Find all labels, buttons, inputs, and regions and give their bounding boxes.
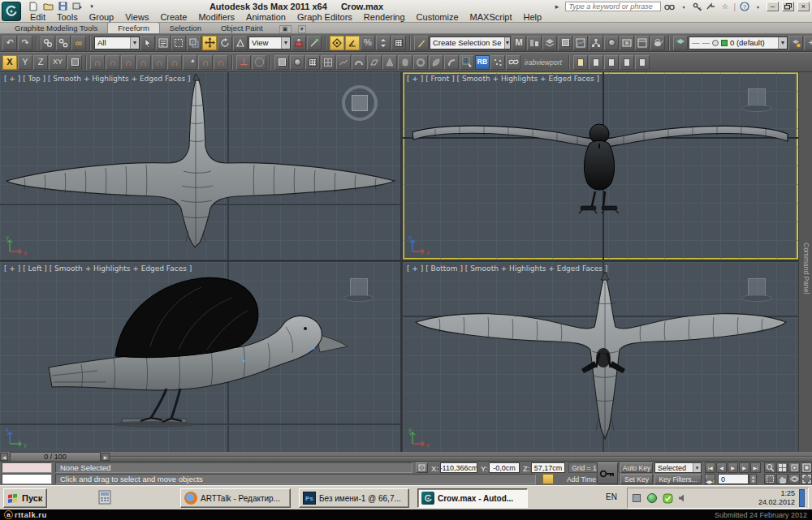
close-button[interactable]: × bbox=[797, 2, 810, 11]
create-new-layer-icon[interactable] bbox=[788, 36, 803, 50]
time-slider-handle[interactable]: 0 / 100 bbox=[10, 452, 101, 462]
taskbar-clock[interactable]: 1:25 24.02.2012 bbox=[758, 489, 795, 507]
selection-filter-dropdown[interactable]: All▼ bbox=[94, 37, 140, 49]
menu-tools[interactable]: Tools bbox=[51, 12, 84, 22]
viewport-script-label[interactable]: irabviewport bbox=[521, 58, 565, 67]
primitive-patch-icon[interactable] bbox=[321, 55, 335, 70]
select-and-manipulate-icon[interactable] bbox=[307, 36, 322, 50]
dropdown-caret-icon[interactable]: ▼ bbox=[281, 37, 290, 49]
auto-key-button[interactable]: Auto Key bbox=[620, 462, 653, 473]
named-selection-sets-icon[interactable] bbox=[391, 36, 406, 50]
axis-x-button[interactable]: X bbox=[2, 55, 17, 70]
next-frame-icon[interactable]: ▶ bbox=[739, 462, 749, 473]
pan-hand-icon[interactable] bbox=[776, 474, 788, 484]
tab-selection[interactable]: Selection bbox=[160, 23, 211, 33]
viewport-bottom[interactable]: [ + ] [ Bottom ] [ Smooth + Highlights +… bbox=[403, 262, 798, 452]
dropdown-caret-icon[interactable]: ▼ bbox=[778, 37, 787, 49]
primitive-box-icon[interactable] bbox=[274, 55, 289, 70]
selection-lock-toggle[interactable] bbox=[416, 462, 428, 473]
key-filters-button[interactable]: Key Filters... bbox=[654, 474, 702, 484]
snap-face-icon[interactable]: ∩ bbox=[152, 55, 166, 70]
menu-modifiers[interactable]: Modifiers bbox=[192, 12, 240, 22]
viewport-label[interactable]: [ + ] [ Front ] [ Smooth + Highlights + … bbox=[407, 75, 599, 83]
soft-selection-icon[interactable] bbox=[252, 55, 266, 70]
primitive-cylinder-icon[interactable] bbox=[398, 55, 412, 70]
menu-animation[interactable]: Animation bbox=[240, 12, 292, 22]
tray-app-icon[interactable] bbox=[631, 492, 642, 504]
script-page4-icon[interactable] bbox=[620, 55, 634, 70]
set-key-button[interactable]: Set Key bbox=[620, 474, 653, 484]
primitive-curve-icon[interactable] bbox=[336, 55, 351, 70]
menu-create[interactable]: Create bbox=[154, 12, 192, 22]
crow-model-left-view[interactable] bbox=[0, 262, 400, 452]
selection-region-icon[interactable] bbox=[171, 36, 186, 50]
menu-help[interactable]: Help bbox=[518, 12, 548, 22]
menu-graph-editors[interactable]: Graph Editors bbox=[292, 12, 358, 22]
use-pivot-center-icon[interactable] bbox=[292, 36, 306, 50]
menu-group[interactable]: Group bbox=[84, 12, 120, 22]
task-button-photoshop[interactable]: Ps Без имени-1 @ 66,7... bbox=[299, 488, 409, 508]
search-binoculars-icon[interactable] bbox=[664, 2, 675, 11]
mirror-icon[interactable]: M bbox=[512, 36, 526, 50]
viewport-left[interactable]: [ + ] [ Left ] [ Smooth + Highlights + E… bbox=[0, 262, 400, 452]
script-page-icon[interactable] bbox=[573, 55, 588, 70]
time-slider-track[interactable] bbox=[0, 456, 812, 458]
snap-vertex-icon[interactable]: ∩ bbox=[121, 55, 136, 70]
help-icon[interactable]: ? bbox=[739, 2, 749, 11]
previous-frame-icon[interactable]: ◀ bbox=[716, 462, 727, 473]
script-page5-icon[interactable] bbox=[635, 55, 650, 70]
show-desktop-icon[interactable] bbox=[799, 489, 805, 507]
angle-snap-toggle-icon[interactable] bbox=[345, 36, 360, 50]
axis-plane-icon[interactable] bbox=[67, 55, 82, 70]
manage-layers-icon[interactable] bbox=[673, 36, 688, 50]
snap-grid-points-icon[interactable]: ∩ bbox=[90, 55, 105, 70]
snap-center-icon[interactable]: ∩ bbox=[198, 55, 213, 70]
maximize-viewport-toggle-icon[interactable] bbox=[801, 474, 812, 484]
unlink-selection-icon[interactable] bbox=[56, 36, 71, 50]
render-setup-icon[interactable] bbox=[620, 36, 634, 50]
rb-plugin-button[interactable]: RB bbox=[475, 55, 490, 70]
frame-spinner[interactable]: ▲▼ bbox=[749, 474, 757, 484]
viewport-label[interactable]: [ + ] [ Bottom ] [ Smooth + Highlights +… bbox=[407, 264, 607, 273]
task-button-3dsmax[interactable]: Crow.max - Autod... bbox=[417, 488, 528, 508]
next-frame-arrow-icon[interactable]: ▶ bbox=[102, 453, 110, 461]
current-frame-field[interactable]: 0 bbox=[718, 474, 749, 484]
ribbon-minimize-icon[interactable]: ▣ bbox=[279, 25, 292, 33]
key-set-dropdown[interactable]: Selected▼ bbox=[654, 462, 702, 473]
task-button-firefox[interactable]: ARTTalk - Редактир... bbox=[180, 488, 291, 508]
select-and-rotate-icon[interactable] bbox=[218, 36, 232, 50]
primitive-leaf-icon[interactable] bbox=[429, 55, 443, 70]
language-indicator[interactable]: EN bbox=[606, 492, 617, 501]
menu-maxscript[interactable]: MAXScript bbox=[464, 12, 518, 22]
search-options-caret-icon[interactable]: ▾ bbox=[678, 2, 689, 11]
active-layer-dropdown[interactable]: — — 0 (default) ▼ bbox=[689, 37, 788, 49]
communication-center-icon[interactable] bbox=[706, 2, 716, 11]
script-page2-icon[interactable] bbox=[589, 55, 603, 70]
z-coordinate-field[interactable]: 57,17cm bbox=[531, 462, 565, 473]
zoom-all-icon[interactable] bbox=[776, 462, 788, 473]
tab-graphite-modeling-tools[interactable]: Graphite Modeling Tools bbox=[5, 23, 107, 33]
crow-model-front-view[interactable] bbox=[403, 72, 798, 260]
primitive-bend-icon[interactable] bbox=[444, 55, 459, 70]
window-crossing-icon[interactable] bbox=[187, 36, 201, 50]
favorites-star-icon[interactable]: ☆ bbox=[719, 2, 730, 11]
viewcube[interactable] bbox=[741, 87, 774, 119]
particle-dots-icon[interactable] bbox=[490, 55, 505, 70]
script-page3-icon[interactable] bbox=[604, 55, 619, 70]
tab-freeform[interactable]: Freeform bbox=[107, 22, 160, 33]
primitive-shell-icon[interactable] bbox=[352, 55, 366, 70]
viewport-label[interactable]: [ + ] [ Left ] [ Smooth + Highlights + E… bbox=[4, 264, 192, 273]
viewcube[interactable] bbox=[342, 85, 378, 121]
named-selection-set-dropdown[interactable]: Create Selection Se▼ bbox=[430, 37, 511, 49]
set-keys-button[interactable] bbox=[597, 462, 618, 484]
primitive-sphere-icon[interactable] bbox=[290, 55, 304, 70]
restore-button[interactable] bbox=[782, 2, 794, 11]
render-production-icon[interactable] bbox=[650, 36, 665, 50]
primitive-plane-icon[interactable] bbox=[367, 55, 382, 70]
axis-z-button[interactable]: Z bbox=[33, 55, 48, 70]
snap-edge-icon[interactable]: ∩ bbox=[136, 55, 151, 70]
lattice-select-icon[interactable] bbox=[460, 55, 474, 70]
primitive-torus-icon[interactable] bbox=[413, 55, 428, 70]
crow-model-bottom-view[interactable] bbox=[403, 262, 798, 452]
bind-to-spacewarp-icon[interactable]: ∞ bbox=[71, 36, 86, 50]
